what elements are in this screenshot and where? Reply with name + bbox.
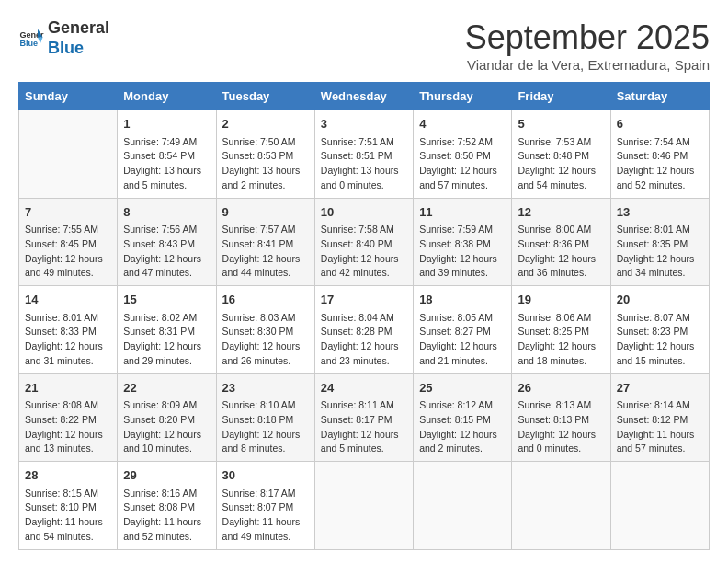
column-header-thursday: Thursday xyxy=(414,83,512,110)
calendar-cell: 12Sunrise: 8:00 AM Sunset: 8:36 PM Dayli… xyxy=(512,198,610,286)
calendar-cell: 18Sunrise: 8:05 AM Sunset: 8:27 PM Dayli… xyxy=(414,286,512,374)
day-info: Sunrise: 8:15 AM Sunset: 8:10 PM Dayligh… xyxy=(25,487,111,545)
column-header-saturday: Saturday xyxy=(610,83,709,110)
calendar-cell: 10Sunrise: 7:58 AM Sunset: 8:40 PM Dayli… xyxy=(314,198,413,286)
day-number: 15 xyxy=(123,291,210,309)
day-info: Sunrise: 7:54 AM Sunset: 8:46 PM Dayligh… xyxy=(617,135,703,193)
calendar-week-row: 1Sunrise: 7:49 AM Sunset: 8:54 PM Daylig… xyxy=(19,110,710,199)
svg-marker-3 xyxy=(38,37,43,43)
day-number: 12 xyxy=(518,203,604,222)
calendar-cell: 25Sunrise: 8:12 AM Sunset: 8:15 PM Dayli… xyxy=(414,373,512,462)
day-info: Sunrise: 8:11 AM Sunset: 8:17 PM Dayligh… xyxy=(321,398,407,456)
calendar-cell: 2Sunrise: 7:50 AM Sunset: 8:53 PM Daylig… xyxy=(216,110,314,199)
calendar-cell: 16Sunrise: 8:03 AM Sunset: 8:30 PM Dayli… xyxy=(216,286,314,374)
day-number: 9 xyxy=(222,203,309,222)
day-number: 24 xyxy=(321,379,407,397)
day-number: 23 xyxy=(222,379,309,397)
day-info: Sunrise: 7:57 AM Sunset: 8:41 PM Dayligh… xyxy=(222,223,309,281)
day-number: 11 xyxy=(419,203,506,222)
calendar-cell: 3Sunrise: 7:51 AM Sunset: 8:51 PM Daylig… xyxy=(314,110,413,199)
calendar-cell xyxy=(610,462,709,550)
calendar-cell: 17Sunrise: 8:04 AM Sunset: 8:28 PM Dayli… xyxy=(314,286,413,374)
column-header-monday: Monday xyxy=(118,83,216,110)
day-info: Sunrise: 7:58 AM Sunset: 8:40 PM Dayligh… xyxy=(321,223,407,281)
day-info: Sunrise: 8:12 AM Sunset: 8:15 PM Dayligh… xyxy=(419,398,506,456)
day-number: 25 xyxy=(419,379,506,397)
calendar-cell xyxy=(414,462,512,550)
calendar-week-row: 21Sunrise: 8:08 AM Sunset: 8:22 PM Dayli… xyxy=(19,373,710,462)
calendar-cell: 8Sunrise: 7:56 AM Sunset: 8:43 PM Daylig… xyxy=(118,198,216,286)
calendar-cell: 14Sunrise: 8:01 AM Sunset: 8:33 PM Dayli… xyxy=(19,286,118,374)
day-info: Sunrise: 7:59 AM Sunset: 8:38 PM Dayligh… xyxy=(419,223,506,281)
calendar-cell: 30Sunrise: 8:17 AM Sunset: 8:07 PM Dayli… xyxy=(216,462,314,550)
logo-text-general: General xyxy=(48,18,109,39)
column-header-friday: Friday xyxy=(512,83,610,110)
logo-icon: General Blue xyxy=(18,26,44,52)
calendar-cell: 27Sunrise: 8:14 AM Sunset: 8:12 PM Dayli… xyxy=(610,373,709,462)
day-info: Sunrise: 8:16 AM Sunset: 8:08 PM Dayligh… xyxy=(123,487,210,545)
day-info: Sunrise: 8:02 AM Sunset: 8:31 PM Dayligh… xyxy=(123,311,210,369)
location: Viandar de la Vera, Extremadura, Spain xyxy=(465,57,710,73)
title-block: September 2025 Viandar de la Vera, Extre… xyxy=(465,18,710,73)
calendar-cell: 22Sunrise: 8:09 AM Sunset: 8:20 PM Dayli… xyxy=(118,373,216,462)
calendar-cell xyxy=(314,462,413,550)
calendar-cell: 13Sunrise: 8:01 AM Sunset: 8:35 PM Dayli… xyxy=(610,198,709,286)
day-number: 20 xyxy=(617,291,703,309)
day-number: 14 xyxy=(25,291,111,309)
calendar-cell: 29Sunrise: 8:16 AM Sunset: 8:08 PM Dayli… xyxy=(118,462,216,550)
day-info: Sunrise: 7:51 AM Sunset: 8:51 PM Dayligh… xyxy=(321,135,407,193)
day-info: Sunrise: 8:01 AM Sunset: 8:33 PM Dayligh… xyxy=(25,311,111,369)
month-title: September 2025 xyxy=(465,18,710,57)
calendar-table: SundayMondayTuesdayWednesdayThursdayFrid… xyxy=(18,82,710,550)
day-number: 8 xyxy=(123,203,210,222)
day-info: Sunrise: 7:56 AM Sunset: 8:43 PM Dayligh… xyxy=(123,223,210,281)
day-number: 16 xyxy=(222,291,309,309)
calendar-cell: 9Sunrise: 7:57 AM Sunset: 8:41 PM Daylig… xyxy=(216,198,314,286)
day-info: Sunrise: 7:50 AM Sunset: 8:53 PM Dayligh… xyxy=(222,135,309,193)
calendar-cell: 6Sunrise: 7:54 AM Sunset: 8:46 PM Daylig… xyxy=(610,110,709,199)
day-number: 21 xyxy=(25,379,111,397)
calendar-cell: 15Sunrise: 8:02 AM Sunset: 8:31 PM Dayli… xyxy=(118,286,216,374)
day-info: Sunrise: 7:55 AM Sunset: 8:45 PM Dayligh… xyxy=(25,223,111,281)
day-info: Sunrise: 8:09 AM Sunset: 8:20 PM Dayligh… xyxy=(123,398,210,456)
day-number: 26 xyxy=(518,379,604,397)
day-number: 2 xyxy=(222,115,309,133)
calendar-cell: 24Sunrise: 8:11 AM Sunset: 8:17 PM Dayli… xyxy=(314,373,413,462)
day-number: 28 xyxy=(25,466,111,485)
logo: General Blue General Blue xyxy=(18,18,109,58)
calendar-cell: 4Sunrise: 7:52 AM Sunset: 8:50 PM Daylig… xyxy=(414,110,512,199)
day-number: 19 xyxy=(518,291,604,309)
day-number: 3 xyxy=(321,115,407,133)
calendar-cell: 19Sunrise: 8:06 AM Sunset: 8:25 PM Dayli… xyxy=(512,286,610,374)
day-info: Sunrise: 8:00 AM Sunset: 8:36 PM Dayligh… xyxy=(518,223,604,281)
logo-text-blue: Blue xyxy=(48,39,109,59)
day-info: Sunrise: 8:08 AM Sunset: 8:22 PM Dayligh… xyxy=(25,398,111,456)
day-number: 29 xyxy=(123,466,210,485)
day-info: Sunrise: 7:53 AM Sunset: 8:48 PM Dayligh… xyxy=(518,135,604,193)
day-info: Sunrise: 8:14 AM Sunset: 8:12 PM Dayligh… xyxy=(617,398,703,456)
day-info: Sunrise: 8:01 AM Sunset: 8:35 PM Dayligh… xyxy=(617,223,703,281)
page-header: General Blue General Blue September 2025… xyxy=(18,18,710,73)
calendar-cell: 11Sunrise: 7:59 AM Sunset: 8:38 PM Dayli… xyxy=(414,198,512,286)
day-info: Sunrise: 8:03 AM Sunset: 8:30 PM Dayligh… xyxy=(222,311,309,369)
day-info: Sunrise: 8:05 AM Sunset: 8:27 PM Dayligh… xyxy=(419,311,506,369)
day-number: 6 xyxy=(617,115,703,133)
day-info: Sunrise: 8:06 AM Sunset: 8:25 PM Dayligh… xyxy=(518,311,604,369)
day-number: 17 xyxy=(321,291,407,309)
day-number: 10 xyxy=(321,203,407,222)
day-info: Sunrise: 7:49 AM Sunset: 8:54 PM Dayligh… xyxy=(123,135,210,193)
calendar-cell: 26Sunrise: 8:13 AM Sunset: 8:13 PM Dayli… xyxy=(512,373,610,462)
day-info: Sunrise: 8:10 AM Sunset: 8:18 PM Dayligh… xyxy=(222,398,309,456)
day-info: Sunrise: 7:52 AM Sunset: 8:50 PM Dayligh… xyxy=(419,135,506,193)
column-header-wednesday: Wednesday xyxy=(314,83,413,110)
calendar-cell xyxy=(512,462,610,550)
day-info: Sunrise: 8:04 AM Sunset: 8:28 PM Dayligh… xyxy=(321,311,407,369)
calendar-cell: 23Sunrise: 8:10 AM Sunset: 8:18 PM Dayli… xyxy=(216,373,314,462)
day-number: 30 xyxy=(222,466,309,485)
day-number: 4 xyxy=(419,115,506,133)
calendar-cell: 1Sunrise: 7:49 AM Sunset: 8:54 PM Daylig… xyxy=(118,110,216,199)
calendar-cell: 20Sunrise: 8:07 AM Sunset: 8:23 PM Dayli… xyxy=(610,286,709,374)
calendar-cell: 21Sunrise: 8:08 AM Sunset: 8:22 PM Dayli… xyxy=(19,373,118,462)
day-number: 7 xyxy=(25,203,111,222)
calendar-cell xyxy=(19,110,118,199)
